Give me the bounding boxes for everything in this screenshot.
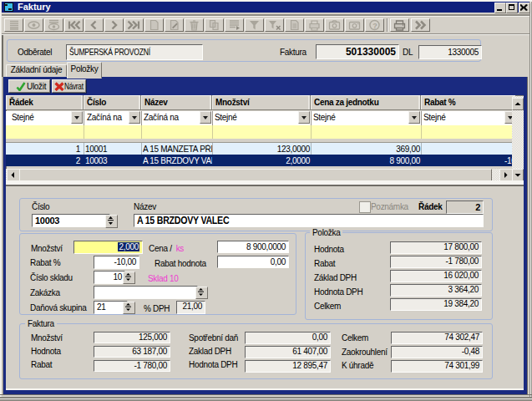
svg-text:?: ?	[372, 22, 377, 30]
